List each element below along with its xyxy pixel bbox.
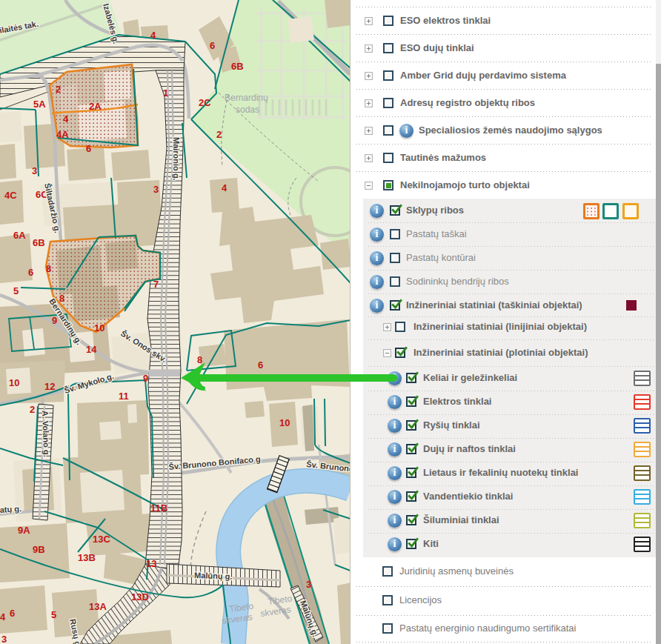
svg-text:14: 14 [86,344,97,355]
svg-text:4A: 4A [56,129,69,140]
svg-text:Maironio g.: Maironio g. [172,137,181,181]
svg-text:7: 7 [153,279,159,290]
svg-text:10: 10 [94,322,104,333]
svg-text:13B: 13B [78,552,96,563]
svg-text:9: 9 [143,373,148,384]
svg-text:2: 2 [56,84,61,95]
svg-text:9: 9 [52,315,57,326]
svg-text:8: 8 [46,263,51,274]
svg-text:6B: 6B [231,61,244,72]
svg-text:5A: 5A [33,99,46,110]
svg-text:A. Volano g.: A. Volano g. [41,411,51,457]
svg-text:2: 2 [216,129,222,140]
svg-text:9B: 9B [33,544,45,555]
svg-text:4: 4 [63,113,69,125]
svg-text:13D: 13D [131,591,149,602]
svg-text:10: 10 [9,377,19,388]
svg-text:13C: 13C [93,534,110,545]
svg-text:6B: 6B [33,237,45,248]
svg-text:Bernardinų: Bernardinų [225,93,268,103]
svg-text:6: 6 [28,267,33,278]
svg-text:3: 3 [1,634,7,644]
svg-text:3: 3 [306,579,311,590]
svg-text:9A: 9A [18,525,30,536]
svg-text:11: 11 [119,391,129,402]
svg-text:3: 3 [153,184,159,195]
svg-text:Malūnų g.: Malūnų g. [194,571,233,581]
svg-text:13: 13 [146,558,156,569]
svg-text:2A: 2A [89,101,102,112]
svg-text:3: 3 [32,165,37,176]
svg-text:2C: 2C [199,97,211,108]
svg-text:4C: 4C [4,190,17,201]
svg-text:6: 6 [10,608,15,619]
svg-text:1: 1 [163,87,168,99]
svg-text:13A: 13A [89,601,107,612]
svg-text:6: 6 [210,40,215,51]
svg-text:4: 4 [222,182,227,193]
svg-text:8: 8 [197,354,202,365]
svg-text:5: 5 [51,609,56,620]
svg-text:sodas: sodas [236,104,259,115]
svg-text:atų g.: atų g. [0,504,21,514]
svg-text:4: 4 [150,30,156,41]
svg-text:8: 8 [59,293,64,304]
svg-text:4: 4 [0,611,6,623]
svg-text:12: 12 [44,381,55,392]
svg-text:6: 6 [86,143,91,154]
svg-text:6A: 6A [13,230,26,241]
svg-text:2: 2 [30,404,35,415]
svg-text:5: 5 [13,285,19,296]
svg-text:6: 6 [258,359,263,371]
svg-text:11B: 11B [150,502,167,514]
svg-text:10: 10 [279,417,290,428]
